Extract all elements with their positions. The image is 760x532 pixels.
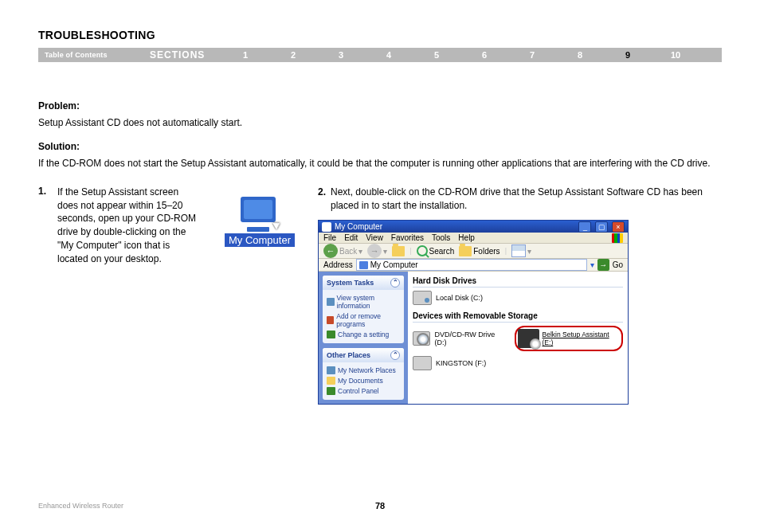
solution-text: If the CD-ROM does not start the Setup A… (38, 157, 722, 170)
page-number: 78 (375, 501, 385, 510)
drive-label: Local Disk (C:) (436, 294, 483, 302)
menu-favorites[interactable]: Favorites (391, 233, 424, 242)
controlpanel-icon (327, 387, 335, 395)
system-tasks-panel: System Tasks ⌃ View system information A… (323, 276, 404, 343)
drive-label: KINGSTON (F:) (436, 359, 486, 367)
place-network[interactable]: My Network Places (327, 365, 400, 375)
cd-large-icon (518, 329, 539, 348)
solution-label: Solution: (38, 141, 722, 152)
my-computer-icon[interactable] (236, 192, 284, 232)
address-icon (359, 261, 368, 269)
page-footer: Enhanced Wireless Router 78 (38, 502, 722, 510)
cursor-icon (272, 219, 282, 229)
section-7[interactable]: 7 (508, 50, 556, 60)
other-places-title: Other Places (327, 351, 370, 359)
folders-button[interactable]: Folders (459, 246, 499, 256)
back-label: Back (339, 247, 357, 256)
back-icon: ← (323, 244, 338, 258)
go-label: Go (613, 260, 623, 269)
drive-local-c[interactable]: Local Disk (C:) (413, 291, 483, 305)
system-tasks-header[interactable]: System Tasks ⌃ (323, 276, 404, 290)
task-view-sysinfo[interactable]: View system information (327, 292, 400, 311)
group-removable: Devices with Removable Storage (413, 310, 623, 323)
other-places-header[interactable]: Other Places ⌃ (323, 348, 404, 362)
minimize-button[interactable]: _ (578, 221, 591, 233)
group-hdd: Hard Disk Drives (413, 275, 623, 288)
go-button[interactable]: → (597, 259, 609, 271)
menu-file[interactable]: File (323, 233, 336, 242)
search-icon (417, 245, 428, 256)
section-10[interactable]: 10 (652, 50, 699, 60)
address-value: My Computer (370, 260, 418, 269)
footer-product: Enhanced Wireless Router (38, 502, 123, 510)
step1-number: 1. (38, 186, 49, 266)
problem-text: Setup Assistant CD does not automaticall… (38, 116, 722, 130)
chevron-down-icon: ▾ (383, 247, 387, 256)
removable-icon (413, 356, 432, 370)
views-icon (511, 244, 526, 257)
windows-flag-icon (612, 233, 623, 243)
toc-link[interactable]: Table of Contents (38, 51, 150, 59)
my-computer-label: My Computer (225, 233, 295, 247)
task-change-setting[interactable]: Change a setting (327, 329, 400, 339)
address-dropdown-icon[interactable]: ▾ (590, 260, 594, 269)
menu-edit[interactable]: Edit (344, 233, 358, 242)
network-icon (327, 366, 335, 374)
section-2[interactable]: 2 (269, 50, 317, 60)
section-4[interactable]: 4 (365, 50, 413, 60)
hdd-icon (413, 291, 432, 305)
search-button[interactable]: Search (417, 245, 455, 256)
folders-icon (459, 246, 472, 256)
mycomputer-small-icon (322, 222, 331, 232)
search-label: Search (429, 247, 455, 256)
address-bar: Address My Computer ▾ → Go (319, 259, 628, 272)
place-controlpanel[interactable]: Control Panel (327, 385, 400, 396)
drive-label: Belkin Setup Assistant (E:) (543, 331, 617, 346)
step1-text: If the Setup Assistant screen does not a… (57, 186, 202, 266)
explorer-window: My Computer _ ▢ × File Edit View Favorit… (318, 220, 629, 405)
menu-bar: File Edit View Favorites Tools Help (319, 233, 628, 244)
drive-kingston-f[interactable]: KINGSTON (F:) (413, 356, 486, 370)
system-tasks-title: System Tasks (327, 279, 374, 287)
drive-belkin-e[interactable]: Belkin Setup Assistant (E:) (515, 326, 623, 351)
section-5[interactable]: 5 (413, 50, 460, 60)
up-button[interactable] (392, 246, 405, 256)
window-buttons: _ ▢ × (577, 221, 625, 233)
forward-icon: → (367, 244, 382, 258)
section-1[interactable]: 1 (221, 50, 269, 60)
views-button[interactable]: ▾ (511, 244, 531, 257)
menu-help[interactable]: Help (458, 233, 475, 242)
drive-label: DVD/CD-RW Drive (D:) (434, 331, 503, 346)
dvd-icon (413, 331, 430, 346)
step2-text: Next, double-click on the CD-ROM drive t… (331, 186, 722, 213)
up-folder-icon (392, 246, 405, 256)
addremove-icon (327, 316, 334, 324)
close-button[interactable]: × (612, 221, 625, 233)
folders-label: Folders (473, 247, 499, 256)
folder-view[interactable]: Hard Disk Drives Local Disk (C:) Devices… (408, 272, 628, 404)
collapse-icon[interactable]: ⌃ (390, 278, 400, 288)
section-3[interactable]: 3 (317, 50, 365, 60)
toolbar: ← Back ▾ → ▾ | Search (319, 244, 628, 260)
menu-tools[interactable]: Tools (432, 233, 450, 242)
forward-button[interactable]: → ▾ (367, 244, 387, 258)
address-label: Address (323, 260, 353, 269)
window-titlebar[interactable]: My Computer _ ▢ × (319, 221, 628, 233)
task-add-remove[interactable]: Add or remove programs (327, 311, 400, 329)
back-button[interactable]: ← Back ▾ (323, 244, 362, 258)
other-places-panel: Other Places ⌃ My Network Places My Docu… (323, 348, 404, 400)
sections-label: SECTIONS (150, 49, 221, 61)
setting-icon (327, 331, 335, 338)
drive-dvd-d[interactable]: DVD/CD-RW Drive (D:) (413, 331, 503, 346)
section-navbar: Table of Contents SECTIONS 1 2 3 4 5 6 7… (38, 48, 722, 62)
address-field[interactable]: My Computer (356, 259, 587, 271)
section-8[interactable]: 8 (556, 50, 604, 60)
collapse-icon[interactable]: ⌃ (390, 350, 400, 360)
menu-view[interactable]: View (366, 233, 383, 242)
section-9[interactable]: 9 (604, 50, 652, 60)
maximize-button[interactable]: ▢ (595, 221, 608, 233)
task-pane: System Tasks ⌃ View system information A… (319, 272, 408, 404)
place-documents[interactable]: My Documents (327, 375, 400, 385)
section-6[interactable]: 6 (460, 50, 508, 60)
window-title: My Computer (335, 222, 382, 231)
